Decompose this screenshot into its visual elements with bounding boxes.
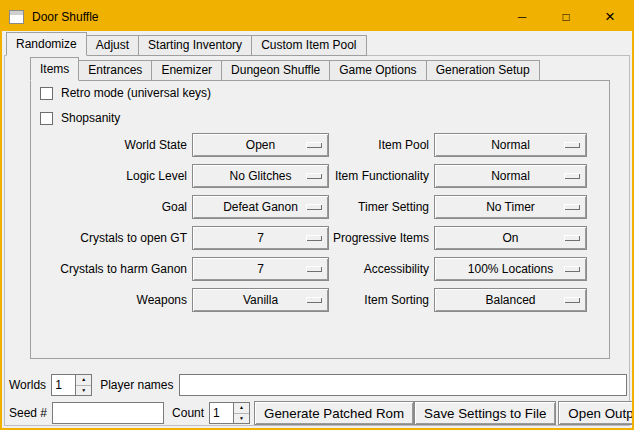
dropdown-value: Defeat Ganon — [223, 200, 298, 214]
goal-label: Goal — [30, 200, 187, 214]
accessibility-dropdown[interactable]: 100% Locations — [434, 257, 587, 281]
tab-randomize[interactable]: Randomize — [6, 32, 87, 56]
app-icon-detail — [10, 11, 23, 15]
main-tab-bar: Randomize Adjust Starting Inventory Cust… — [6, 34, 366, 56]
retro-mode-row: Retro mode (universal keys) — [40, 86, 211, 100]
player-names-input[interactable] — [179, 374, 628, 396]
minimize-icon: ─ — [518, 10, 527, 24]
dropdown-indicator-icon — [306, 235, 322, 241]
accessibility-label: Accessibility — [329, 262, 429, 276]
shopsanity-checkbox[interactable] — [40, 112, 53, 125]
crystals-gt-dropdown[interactable]: 7 — [192, 226, 329, 250]
spin-up-icon: ▲ — [239, 405, 244, 410]
tab-dungeon-shuffle[interactable]: Dungeon Shuffle — [221, 60, 330, 81]
app-icon — [9, 10, 24, 24]
timer-setting-label: Timer Setting — [329, 200, 429, 214]
dropdown-indicator-icon — [306, 173, 322, 179]
dropdown-indicator-icon — [564, 235, 580, 241]
progressive-items-label: Progressive Items — [329, 231, 429, 245]
maximize-button[interactable]: □ — [544, 2, 588, 31]
dropdown-indicator-icon — [564, 204, 580, 210]
settings-tab-bar: Items Entrances Enemizer Dungeon Shuffle… — [30, 59, 539, 81]
worlds-input[interactable] — [51, 374, 75, 396]
field-row: Crystals to harm Ganon 7 Accessibility 1… — [30, 257, 610, 281]
dropdown-value: 100% Locations — [468, 262, 553, 276]
maximize-icon: □ — [562, 10, 569, 24]
world-state-label: World State — [30, 138, 187, 152]
world-state-dropdown[interactable]: Open — [192, 133, 329, 157]
tab-custom-item-pool[interactable]: Custom Item Pool — [251, 35, 366, 56]
minimize-button[interactable]: ─ — [500, 2, 544, 31]
seed-row: Seed # Count ▲ ▼ Generate Patched Rom Sa… — [9, 401, 627, 425]
tab-adjust[interactable]: Adjust — [86, 35, 139, 56]
tab-entrances[interactable]: Entrances — [78, 60, 152, 81]
timer-setting-dropdown[interactable]: No Timer — [434, 195, 587, 219]
dropdown-value: On — [502, 231, 518, 245]
field-row: Logic Level No Glitches Item Functionali… — [30, 164, 610, 188]
spin-down-icon: ▼ — [81, 388, 86, 393]
dropdown-indicator-icon — [564, 173, 580, 179]
crystals-ganon-label: Crystals to harm Ganon — [30, 262, 187, 276]
dropdown-indicator-icon — [306, 142, 322, 148]
crystals-ganon-dropdown[interactable]: 7 — [192, 257, 329, 281]
door-shuffle-window: Door Shuffle ─ □ × Randomize Adjust Star… — [0, 0, 634, 430]
worlds-label: Worlds — [9, 378, 46, 392]
tab-enemizer[interactable]: Enemizer — [151, 60, 222, 81]
logic-level-dropdown[interactable]: No Glitches — [192, 164, 329, 188]
worlds-row: Worlds ▲ ▼ Player names — [9, 373, 627, 397]
dropdown-indicator-icon — [306, 297, 322, 303]
tab-game-options[interactable]: Game Options — [329, 60, 426, 81]
window-controls: ─ □ × — [500, 2, 632, 31]
dropdown-value: 7 — [257, 231, 264, 245]
worlds-spinner: ▲ ▼ — [51, 374, 92, 396]
weapons-dropdown[interactable]: Vanilla — [192, 288, 329, 312]
tab-starting-inventory[interactable]: Starting Inventory — [138, 35, 252, 56]
titlebar: Door Shuffle ─ □ × — [2, 2, 632, 31]
count-input[interactable] — [209, 402, 233, 424]
count-spin-up-button[interactable]: ▲ — [234, 403, 249, 413]
count-spinner: ▲ ▼ — [209, 402, 250, 424]
dropdown-indicator-icon — [306, 204, 322, 210]
progressive-items-dropdown[interactable]: On — [434, 226, 587, 250]
dropdown-indicator-icon — [306, 266, 322, 272]
weapons-label: Weapons — [30, 293, 187, 307]
seed-label: Seed # — [9, 406, 47, 420]
goal-dropdown[interactable]: Defeat Ganon — [192, 195, 329, 219]
field-row: Weapons Vanilla Item Sorting Balanced — [30, 288, 610, 312]
dropdown-value: Open — [246, 138, 275, 152]
item-pool-dropdown[interactable]: Normal — [434, 133, 587, 157]
worlds-spin-up-button[interactable]: ▲ — [76, 375, 91, 385]
crystals-gt-label: Crystals to open GT — [30, 231, 187, 245]
retro-mode-label: Retro mode (universal keys) — [61, 86, 211, 100]
dropdown-indicator-icon — [564, 142, 580, 148]
dropdown-value: Vanilla — [243, 293, 278, 307]
item-sorting-dropdown[interactable]: Balanced — [434, 288, 587, 312]
dropdown-indicator-icon — [564, 266, 580, 272]
shopsanity-row: Shopsanity — [40, 111, 120, 125]
close-button[interactable]: × — [588, 2, 632, 31]
save-settings-button[interactable]: Save Settings to File — [414, 401, 556, 425]
dropdown-value: Balanced — [485, 293, 535, 307]
item-functionality-label: Item Functionality — [329, 169, 429, 183]
worlds-spin-down-button[interactable]: ▼ — [76, 385, 91, 396]
tab-items[interactable]: Items — [30, 57, 79, 81]
field-row: Goal Defeat Ganon Timer Setting No Timer — [30, 195, 610, 219]
generate-patched-rom-button[interactable]: Generate Patched Rom — [254, 401, 414, 425]
open-output-directory-button[interactable]: Open Output Directory — [558, 401, 634, 425]
field-row: World State Open Item Pool Normal — [30, 133, 610, 157]
seed-input[interactable] — [52, 402, 164, 424]
logic-level-label: Logic Level — [30, 169, 187, 183]
shopsanity-label: Shopsanity — [61, 111, 120, 125]
spin-up-icon: ▲ — [81, 377, 86, 382]
count-spin-buttons: ▲ ▼ — [233, 402, 250, 424]
tab-generation-setup[interactable]: Generation Setup — [426, 60, 540, 81]
retro-mode-checkbox[interactable] — [40, 87, 53, 100]
item-functionality-dropdown[interactable]: Normal — [434, 164, 587, 188]
field-row: Crystals to open GT 7 Progressive Items … — [30, 226, 610, 250]
dropdown-value: 7 — [257, 262, 264, 276]
dropdown-value: Normal — [491, 138, 530, 152]
player-names-label: Player names — [100, 378, 173, 392]
worlds-spin-buttons: ▲ ▼ — [75, 374, 92, 396]
count-spin-down-button[interactable]: ▼ — [234, 413, 249, 424]
dropdown-value: No Glitches — [229, 169, 291, 183]
